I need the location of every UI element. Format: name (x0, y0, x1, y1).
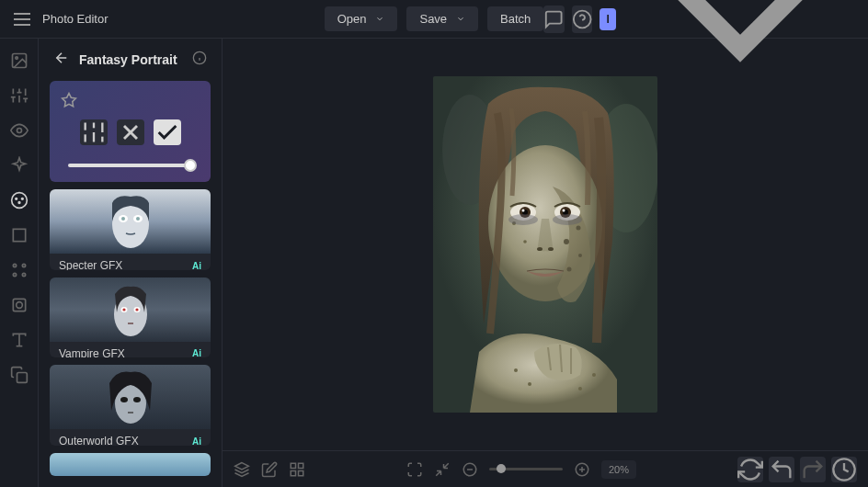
blur-tool-icon[interactable] (10, 296, 29, 314)
copy-tool-icon[interactable] (10, 366, 29, 384)
svg-point-80 (548, 247, 554, 251)
effect-thumbnail (50, 277, 211, 342)
svg-marker-35 (63, 94, 76, 107)
effect-thumbnail (50, 365, 211, 429)
image-tool-icon[interactable] (10, 51, 29, 70)
svg-rect-88 (299, 470, 303, 475)
svg-point-20 (18, 202, 20, 204)
effect-thumbnail (50, 453, 211, 477)
svg-point-23 (22, 264, 25, 266)
svg-point-81 (514, 368, 518, 372)
svg-rect-30 (17, 373, 27, 383)
favorite-icon[interactable] (61, 92, 77, 108)
adjust-icon[interactable] (80, 119, 108, 145)
svg-point-25 (22, 273, 25, 276)
svg-point-6 (15, 57, 17, 60)
svg-rect-21 (13, 229, 25, 241)
canvas-area: 20% (223, 39, 868, 487)
chevron-down-icon (456, 12, 465, 26)
svg-rect-89 (291, 470, 295, 475)
fullscreen-icon[interactable] (406, 461, 423, 478)
intensity-slider[interactable] (68, 164, 192, 167)
svg-point-64 (578, 254, 582, 257)
menu-icon[interactable] (11, 8, 33, 30)
fit-icon[interactable] (434, 461, 451, 478)
svg-point-77 (508, 214, 538, 225)
effects-sidebar: Fantasy Portrait (39, 39, 223, 487)
sparkle-tool-icon[interactable] (10, 156, 29, 175)
history-icon[interactable] (831, 457, 857, 482)
back-icon[interactable] (53, 50, 70, 70)
effect-vampire[interactable]: Vampire GFX Ai (50, 277, 211, 358)
help-icon[interactable] (572, 6, 592, 33)
svg-point-63 (564, 239, 569, 244)
svg-point-83 (578, 387, 582, 391)
svg-point-22 (13, 264, 16, 266)
effect-thumbnail (50, 189, 211, 254)
svg-point-17 (11, 193, 27, 209)
effect-label: Specter GFX (59, 259, 122, 270)
svg-point-24 (13, 273, 16, 276)
sliders-tool-icon[interactable] (10, 86, 29, 105)
slider-thumb[interactable] (184, 159, 197, 172)
open-button[interactable]: Open (325, 6, 398, 31)
comment-icon[interactable] (543, 6, 564, 33)
undo-icon[interactable] (769, 457, 794, 482)
ai-badge: Ai (192, 436, 201, 446)
app-header: Photo Editor Open Save Batch I (0, 0, 868, 39)
svg-point-76 (563, 210, 565, 212)
redo-icon[interactable] (800, 457, 826, 482)
effect-label: Outerworld GFX (59, 435, 139, 446)
avatar[interactable]: I (600, 8, 616, 30)
effect-specter[interactable]: Specter GFX Ai (50, 189, 211, 270)
svg-rect-26 (13, 299, 25, 311)
batch-button[interactable]: Batch (487, 6, 543, 31)
grid-tool-icon[interactable] (10, 261, 29, 279)
svg-point-48 (136, 217, 140, 221)
text-tool-icon[interactable] (10, 331, 29, 349)
ai-badge: Ai (192, 348, 201, 357)
svg-point-62 (577, 226, 581, 231)
svg-point-27 (16, 302, 22, 309)
canvas-footer: 20% (223, 450, 868, 487)
refresh-icon[interactable] (737, 457, 763, 482)
svg-point-79 (537, 247, 542, 251)
open-label: Open (337, 12, 367, 26)
chevron-down-icon (375, 12, 384, 26)
svg-point-82 (528, 382, 531, 386)
svg-point-53 (135, 308, 138, 311)
svg-point-84 (592, 373, 596, 377)
svg-point-18 (15, 198, 17, 200)
zoom-value: 20% (601, 460, 636, 479)
effect-extra[interactable] (50, 453, 211, 477)
palette-tool-icon[interactable] (10, 191, 29, 210)
info-icon[interactable] (192, 51, 207, 69)
svg-point-52 (122, 308, 125, 311)
zoom-slider[interactable] (489, 468, 563, 470)
canvas-image (433, 76, 657, 413)
edit-icon[interactable] (261, 461, 278, 478)
zoom-thumb[interactable] (497, 464, 506, 473)
crop-tool-icon[interactable] (10, 226, 29, 244)
effect-controls (50, 81, 211, 182)
eye-tool-icon[interactable] (10, 121, 29, 140)
effect-outerworld[interactable]: Outerworld GFX Ai (50, 365, 211, 446)
svg-rect-87 (299, 463, 303, 468)
batch-label: Batch (500, 12, 531, 26)
ai-badge: Ai (192, 261, 201, 270)
tool-rail (0, 39, 39, 487)
svg-point-78 (553, 214, 582, 225)
svg-point-65 (567, 267, 572, 272)
grid-icon[interactable] (289, 461, 305, 478)
confirm-icon[interactable] (154, 119, 181, 145)
zoom-in-icon[interactable] (574, 461, 590, 478)
app-title: Photo Editor (42, 12, 108, 26)
canvas[interactable] (223, 39, 868, 450)
layers-icon[interactable] (234, 461, 250, 478)
zoom-out-icon[interactable] (462, 461, 478, 478)
cancel-icon[interactable] (117, 119, 144, 145)
svg-rect-86 (291, 463, 295, 468)
save-button[interactable]: Save (406, 6, 478, 31)
svg-point-72 (522, 210, 525, 212)
svg-point-68 (523, 240, 527, 244)
